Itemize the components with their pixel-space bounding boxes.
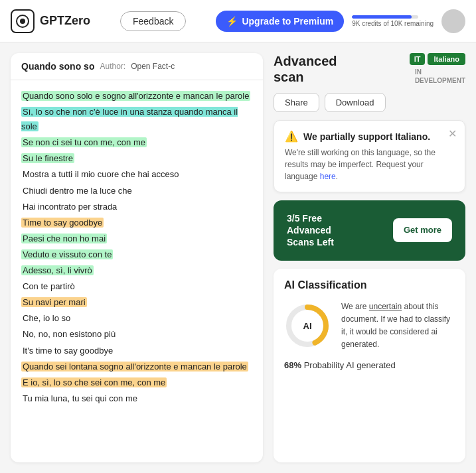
credits-bar-fill [352, 15, 412, 19]
svg-text:AI: AI [303, 321, 312, 331]
warning-title: ⚠️ We partially support Italiano. [285, 130, 454, 143]
donut-area: AI We are uncertain about this document.… [284, 301, 455, 352]
list-item: It's time to say goodbye [21, 343, 252, 359]
credits-info: 9K credits of 10K remaining [352, 15, 434, 27]
warning-card: ✕ ⚠️ We partially support Italiano. We'r… [274, 120, 465, 192]
probability-text: 68% Probability AI generated [284, 360, 455, 370]
list-item: Chiudi dentro me la luce che [21, 183, 252, 199]
logo-area: GPTZero [11, 9, 90, 33]
svg-point-1 [20, 19, 25, 24]
credits-text: 9K credits of 10K remaining [352, 20, 434, 27]
doc-title: Quando sono so [21, 61, 94, 72]
lang-name-badge: Italiano [428, 53, 465, 65]
warning-link[interactable]: here [320, 172, 336, 181]
logo-icon [11, 9, 35, 33]
ai-desc-block: We are uncertain about this document. If… [341, 301, 455, 352]
lang-badges: IT Italiano [410, 53, 465, 65]
action-buttons: Share Download [274, 93, 465, 112]
list-item: Veduto e vissuto con te [21, 247, 252, 263]
list-item: Paesi che non ho mai [21, 231, 252, 247]
feedback-button[interactable]: Feedback [120, 11, 186, 31]
header-center: Feedback [101, 11, 205, 31]
lang-section: IT Italiano INDEVELOPMENT [410, 53, 465, 85]
warning-title-text: We partially support Italiano. [303, 131, 430, 142]
list-item: Sì, lo so che non c'è luce in una stanza… [21, 104, 252, 135]
doc-header: Quando sono so Author: Open Fact-c [11, 53, 263, 80]
scan-header-row: Advancedscan IT Italiano INDEVELOPMENT [274, 53, 465, 85]
donut-chart: AI [284, 303, 331, 349]
ai-classification-section: AI Classification AI We are uncertain ab… [274, 269, 465, 462]
text-content: Quando sono solo e sogno all'orizzonte e… [11, 80, 263, 462]
list-item: No, no, non esistono più [21, 326, 252, 342]
prob-pct: 68% [284, 360, 301, 370]
list-item: E io, sì, lo so che sei con me, con me [21, 375, 252, 391]
lightning-icon: ⚡ [226, 16, 238, 27]
prob-suffix: Probability AI generated [301, 360, 396, 370]
list-item: Su le finestre [21, 151, 252, 167]
close-icon[interactable]: ✕ [448, 127, 457, 140]
header: GPTZero Feedback ⚡ Upgrade to Premium 9K… [0, 0, 476, 42]
logo-text: GPTZero [40, 14, 90, 28]
get-more-button[interactable]: Get more [393, 218, 452, 242]
main-layout: Quando sono so Author: Open Fact-c Quand… [0, 42, 476, 473]
left-panel: Quando sono so Author: Open Fact-c Quand… [11, 53, 263, 462]
credits-fraction: 3/5 FreeAdvancedScans Left [287, 212, 334, 249]
dev-badge: INDEVELOPMENT [415, 68, 465, 85]
list-item: Adesso, sì, li vivrò [21, 263, 252, 279]
list-item: Con te partirò [21, 279, 252, 295]
upgrade-label: Upgrade to Premium [242, 16, 333, 27]
avatar [441, 9, 465, 33]
scan-title: Advancedscan [274, 53, 337, 85]
scan-credits-card: 3/5 FreeAdvancedScans Left Get more [274, 200, 465, 261]
credits-bar-bg [352, 15, 418, 19]
author-label: Author: [100, 62, 125, 71]
warning-icon: ⚠️ [285, 130, 298, 143]
list-item: Su navi per mari [21, 295, 252, 310]
scan-title-block: Advancedscan [274, 53, 337, 85]
ai-desc: We are uncertain about this document. If… [341, 301, 455, 352]
list-item: Quando sei lontana sogno all'orizzonte e… [21, 359, 252, 375]
warning-body: We're still working on this language, so… [285, 148, 436, 181]
ai-class-title: AI Classification [284, 279, 455, 291]
upgrade-button[interactable]: ⚡ Upgrade to Premium [216, 11, 344, 32]
share-button[interactable]: Share [274, 93, 319, 112]
list-item: Se non ci sei tu con me, con me [21, 135, 252, 151]
right-panel: Advancedscan IT Italiano INDEVELOPMENT S… [263, 53, 465, 462]
scan-credits-info: 3/5 FreeAdvancedScans Left [287, 212, 334, 249]
list-item: Quando sono solo e sogno all'orizzonte e… [21, 88, 252, 104]
author-name: Open Fact-c [131, 62, 175, 71]
list-item: Hai incontrato per strada [21, 199, 252, 215]
list-item: Mostra a tutti il mio cuore che hai acce… [21, 167, 252, 182]
list-item: Che, io lo so [21, 310, 252, 326]
download-button[interactable]: Download [325, 93, 386, 112]
list-item: Time to say goodbye [21, 215, 252, 231]
header-right: ⚡ Upgrade to Premium 9K credits of 10K r… [216, 9, 465, 33]
lang-it-badge: IT [410, 53, 426, 65]
list-item: Tu mia luna, tu sei qui con me [21, 391, 252, 407]
warning-text: We're still working on this language, so… [285, 147, 454, 182]
